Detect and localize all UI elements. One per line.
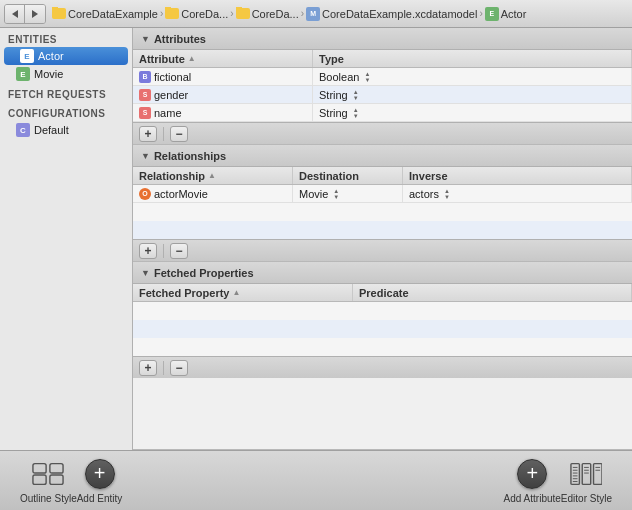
attributes-footer: + − <box>133 122 632 144</box>
attr-col1-header[interactable]: Attribute ▲ <box>133 50 313 67</box>
svg-rect-17 <box>594 463 602 484</box>
table-row[interactable]: S name String ▲▼ <box>133 104 632 122</box>
breadcrumb-item-5[interactable]: E Actor <box>485 7 527 21</box>
actor-label: Actor <box>38 50 64 62</box>
fetched-header: ▼ Fetched Properties <box>133 262 632 284</box>
nav-button-group <box>4 4 46 24</box>
footer-divider-3 <box>163 361 164 375</box>
entities-header: ENTITIES <box>0 28 132 47</box>
empty-row <box>133 302 632 320</box>
rel-inverse-cell-1: actors ▲▼ <box>403 185 632 202</box>
rel-name-cell-1: O actorMovie <box>133 185 293 202</box>
bottom-toolbar: Outline Style + Add Entity + Add Attribu… <box>0 450 632 510</box>
footer-divider-2 <box>163 244 164 258</box>
relationships-footer: + − <box>133 239 632 261</box>
fetched-triangle[interactable]: ▼ <box>141 268 150 278</box>
relationships-triangle[interactable]: ▼ <box>141 151 150 161</box>
relationships-table-header: Relationship ▲ Destination Inverse <box>133 167 632 185</box>
outline-style-tool[interactable]: Outline Style <box>20 458 77 504</box>
attributes-section: ▼ Attributes Attribute ▲ Type B <box>133 28 632 145</box>
main-content: ENTITIES E Actor E Movie FETCH REQUESTS … <box>0 28 632 450</box>
add-entity-tool[interactable]: + Add Entity <box>77 458 123 504</box>
dest-stepper-1[interactable]: ▲▼ <box>333 188 339 200</box>
fetch-sort-arrow: ▲ <box>232 288 240 297</box>
attributes-title: Attributes <box>154 33 206 45</box>
fetch-col1-header[interactable]: Fetched Property ▲ <box>133 284 353 301</box>
movie-entity-icon: E <box>16 67 30 81</box>
empty-row <box>133 203 632 221</box>
breadcrumb-item-3[interactable]: CoreDa... <box>236 7 299 21</box>
attributes-header: ▼ Attributes <box>133 28 632 50</box>
relationships-add-button[interactable]: + <box>139 243 157 259</box>
rel-col1-header[interactable]: Relationship ▲ <box>133 167 293 184</box>
toolbar: CoreDataExample › CoreDa... › CoreDa... … <box>0 0 632 28</box>
relationships-section: ▼ Relationships Relationship ▲ Destinati… <box>133 145 632 262</box>
table-row[interactable]: B fictional Boolean ▲▼ <box>133 68 632 86</box>
sidebar-item-actor[interactable]: E Actor <box>4 47 128 65</box>
relationships-remove-button[interactable]: − <box>170 243 188 259</box>
relationships-content: Relationship ▲ Destination Inverse O ac <box>133 167 632 239</box>
editor-style-icon <box>570 458 602 490</box>
add-entity-label: Add Entity <box>77 493 123 504</box>
table-row[interactable]: S gender String ▲▼ <box>133 86 632 104</box>
svg-rect-5 <box>50 474 63 483</box>
attributes-table-header: Attribute ▲ Type <box>133 50 632 68</box>
editor-style-tool[interactable]: Editor Style <box>561 458 612 504</box>
back-button[interactable] <box>5 5 25 23</box>
empty-row <box>133 338 632 356</box>
attributes-content: Attribute ▲ Type B fictional Bool <box>133 50 632 122</box>
outline-style-icon <box>32 458 64 490</box>
add-attribute-tool[interactable]: + Add Attribute <box>504 458 561 504</box>
attr-col2-header[interactable]: Type <box>313 50 632 67</box>
type-stepper-1[interactable]: ▲▼ <box>364 71 370 83</box>
relationships-table-body: O actorMovie Movie ▲▼ actors ▲▼ <box>133 185 632 239</box>
footer-divider <box>163 127 164 141</box>
boolean-icon-1: B <box>139 71 151 83</box>
fetched-remove-button[interactable]: − <box>170 360 188 376</box>
rel-dest-cell-1: Movie ▲▼ <box>293 185 403 202</box>
sidebar-item-movie[interactable]: E Movie <box>0 65 132 83</box>
attr-sort-arrow: ▲ <box>188 54 196 63</box>
attributes-triangle[interactable]: ▼ <box>141 34 150 44</box>
folder-icon-1 <box>52 7 66 21</box>
fetch-col2-header[interactable]: Predicate <box>353 284 632 301</box>
type-stepper-2[interactable]: ▲▼ <box>353 89 359 101</box>
attributes-add-button[interactable]: + <box>139 126 157 142</box>
entity-icon: E <box>485 7 499 21</box>
add-attribute-icon: + <box>516 458 548 490</box>
sidebar: ENTITIES E Actor E Movie FETCH REQUESTS … <box>0 28 133 450</box>
xcdatamodel-icon: M <box>306 7 320 21</box>
fetch-requests-header: FETCH REQUESTS <box>0 83 132 102</box>
attributes-table-body: B fictional Boolean ▲▼ S gender <box>133 68 632 122</box>
breadcrumb-item-1[interactable]: CoreDataExample <box>52 7 158 21</box>
attr-name-cell-1: B fictional <box>133 68 313 85</box>
default-label: Default <box>34 124 69 136</box>
attributes-remove-button[interactable]: − <box>170 126 188 142</box>
outline-style-label: Outline Style <box>20 493 77 504</box>
breadcrumb-item-2[interactable]: CoreDa... <box>165 7 228 21</box>
rel-sort-arrow: ▲ <box>208 171 216 180</box>
fetched-footer: + − <box>133 356 632 378</box>
breadcrumb-sep-3: › <box>301 8 304 19</box>
svg-rect-13 <box>583 463 591 484</box>
fetched-add-button[interactable]: + <box>139 360 157 376</box>
inverse-stepper-1[interactable]: ▲▼ <box>444 188 450 200</box>
svg-rect-4 <box>50 463 63 472</box>
table-row[interactable]: O actorMovie Movie ▲▼ actors ▲▼ <box>133 185 632 203</box>
attr-type-cell-3: String ▲▼ <box>313 104 632 121</box>
sidebar-item-default[interactable]: C Default <box>0 121 132 139</box>
breadcrumb-sep-1: › <box>160 8 163 19</box>
attr-name-cell-2: S gender <box>133 86 313 103</box>
breadcrumb-sep-4: › <box>479 8 482 19</box>
type-stepper-3[interactable]: ▲▼ <box>353 107 359 119</box>
default-config-icon: C <box>16 123 30 137</box>
configurations-header: CONFIGURATIONS <box>0 102 132 121</box>
rel-col3-header[interactable]: Inverse <box>403 167 632 184</box>
breadcrumb: CoreDataExample › CoreDa... › CoreDa... … <box>52 7 628 21</box>
folder-icon-2 <box>165 7 179 21</box>
attr-type-cell-2: String ▲▼ <box>313 86 632 103</box>
breadcrumb-item-4[interactable]: M CoreDataExample.xcdatamodel <box>306 7 477 21</box>
string-icon-3: S <box>139 107 151 119</box>
forward-button[interactable] <box>25 5 45 23</box>
rel-col2-header[interactable]: Destination <box>293 167 403 184</box>
